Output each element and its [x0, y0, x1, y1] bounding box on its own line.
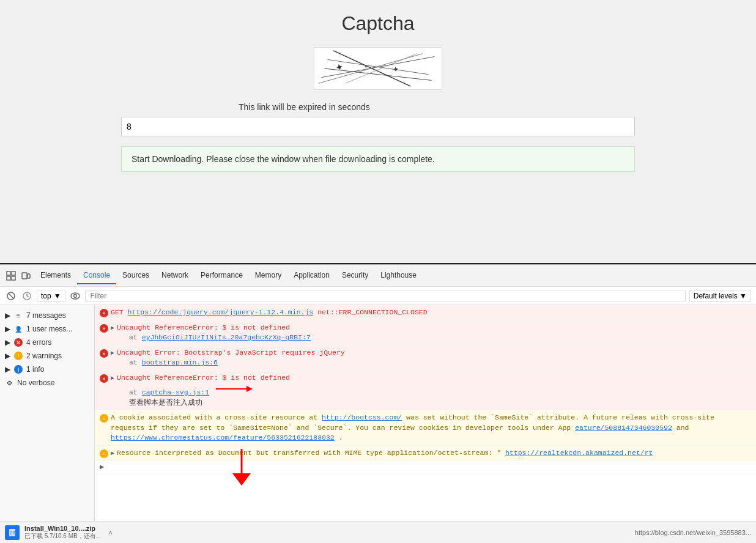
console-row: ✕ ▶ Uncaught ReferenceError: $ is not de…	[95, 371, 756, 410]
console-text: Uncaught Error: Bootstrap's JavaScript r…	[117, 348, 751, 368]
console-sidebar: ▶ ≡ 7 messages ▶ 👤 1 user mess... ▶ ✕ 4 …	[0, 305, 95, 521]
captcha-image: ✦ ⋆ ✦	[314, 47, 442, 90]
svg-text:ZIP: ZIP	[10, 531, 17, 535]
download-filename: Install_Win10_10....zip	[24, 525, 101, 532]
sidebar-item-verbose[interactable]: ⚙ No verbose	[0, 376, 94, 390]
console-row: ⚠ A cookie associated with a cross-site …	[95, 410, 756, 445]
devtools-body: ▶ ≡ 7 messages ▶ 👤 1 user mess... ▶ ✕ 4 …	[0, 305, 756, 521]
tab-security[interactable]: Security	[336, 267, 374, 284]
inspect-icon[interactable]	[5, 270, 17, 282]
error-icon-row4: ✕	[100, 374, 108, 383]
tab-sources[interactable]: Sources	[116, 267, 155, 284]
console-text: A cookie associated with a cross-site re…	[111, 413, 751, 442]
user-icon: 👤	[14, 325, 23, 333]
gear-icon: ⚙	[5, 379, 13, 387]
tab-memory[interactable]: Memory	[249, 267, 287, 284]
console-row-arrow: ▶	[95, 461, 756, 475]
errors-label: 4 errors	[26, 338, 51, 347]
filter-input[interactable]	[85, 290, 686, 302]
device-icon[interactable]	[20, 270, 32, 282]
console-row: ✕ GET https://code.jquery.com/jquery-1.1…	[95, 305, 756, 320]
download-item: ZIP Install_Win10_10....zip 已下载 5.7/10.6…	[5, 525, 113, 541]
messages-label: 7 messages	[26, 311, 66, 320]
tab-lighthouse[interactable]: Lighthouse	[374, 267, 423, 284]
expand-btn[interactable]: ▶	[111, 324, 114, 331]
list-icon: ≡	[14, 311, 23, 320]
verbose-label: No verbose	[17, 379, 54, 387]
clear-console-icon[interactable]	[5, 290, 17, 302]
bottom-url: https://blog.csdn.net/weixin_3595883...	[635, 529, 751, 536]
error-icon-row: ✕	[100, 309, 108, 317]
console-text: Uncaught ReferenceError: $ is not define…	[117, 373, 751, 407]
console-text: GET https://code.jquery.com/jquery-1.12.…	[111, 308, 751, 317]
svg-rect-13	[12, 276, 15, 280]
download-message: Start Downloading. Please close the wind…	[121, 146, 635, 172]
tab-elements[interactable]: Elements	[34, 267, 77, 284]
devtools-panel: Elements Console Sources Network Perform…	[0, 264, 756, 521]
expand-btn4[interactable]: ▶	[111, 449, 114, 457]
sidebar-item-user[interactable]: ▶ 👤 1 user mess...	[0, 322, 94, 336]
svg-marker-24	[246, 386, 253, 392]
svg-line-20	[27, 296, 29, 297]
expand-btn3[interactable]: ▶	[111, 374, 114, 382]
warnings-label: 2 warnings	[26, 352, 62, 360]
sidebar-item-errors[interactable]: ▶ ✕ 4 errors	[0, 336, 94, 349]
console-row: ⚠ ▶ Resource interpreted as Document but…	[95, 446, 756, 461]
svg-rect-10	[7, 272, 10, 275]
expiry-input[interactable]	[121, 117, 635, 136]
expiry-label: This link will be expired in seconds	[239, 102, 370, 112]
tab-network[interactable]: Network	[155, 267, 195, 284]
info-icon: i	[14, 365, 23, 374]
bottom-bar: ZIP Install_Win10_10....zip 已下载 5.7/10.6…	[0, 521, 756, 543]
console-row: ✕ ▶ Uncaught Error: Bootstrap's JavaScri…	[95, 345, 756, 371]
svg-rect-14	[22, 273, 27, 279]
error-icon-row2: ✕	[100, 324, 108, 333]
svg-rect-11	[12, 272, 15, 275]
console-text: Uncaught ReferenceError: $ is not define…	[117, 323, 751, 342]
download-file-icon: ZIP	[5, 525, 20, 540]
expand-icon-user: ▶	[5, 325, 10, 333]
tab-application[interactable]: Application	[287, 267, 336, 284]
info-label: 1 info	[26, 365, 44, 374]
console-row: ✕ ▶ Uncaught ReferenceError: $ is not de…	[95, 320, 756, 345]
devtools-tabs: Elements Console Sources Network Perform…	[0, 265, 756, 287]
page-title: Captcha	[341, 12, 414, 35]
eye-icon[interactable]	[69, 290, 81, 302]
console-output: ✕ GET https://code.jquery.com/jquery-1.1…	[95, 305, 756, 521]
svg-point-21	[71, 293, 80, 299]
tab-performance[interactable]: Performance	[195, 267, 249, 284]
levels-select[interactable]: Default levels ▼	[689, 290, 751, 302]
expand-icon-info: ▶	[5, 365, 10, 374]
download-size: 已下载 5.7/10.6 MB，还有...	[24, 532, 101, 541]
error-icon: ✕	[14, 338, 23, 347]
console-text: Resource interpreted as Document but tra…	[117, 448, 751, 458]
sidebar-item-messages[interactable]: ▶ ≡ 7 messages	[0, 309, 94, 322]
svg-line-17	[9, 294, 13, 298]
svg-point-22	[73, 294, 76, 297]
tab-console[interactable]: Console	[77, 267, 116, 284]
svg-marker-26	[232, 473, 251, 486]
svg-rect-12	[7, 276, 10, 280]
sidebar-item-info[interactable]: ▶ i 1 info	[0, 363, 94, 376]
context-selector[interactable]: top ▼	[37, 290, 65, 302]
svg-text:✦: ✦	[392, 64, 401, 75]
warning-icon-row: ⚠	[100, 414, 108, 423]
svg-rect-15	[28, 274, 30, 278]
warning-icon-row2: ⚠	[100, 449, 108, 458]
sidebar-item-warnings[interactable]: ▶ ! 2 warnings	[0, 349, 94, 363]
devtools-toolbar: top ▼ Default levels ▼	[0, 287, 756, 305]
expand-icon-warn: ▶	[5, 352, 10, 360]
warning-icon: !	[14, 352, 23, 360]
expand-btn2[interactable]: ▶	[111, 349, 114, 356]
expand-icon-error: ▶	[5, 338, 10, 347]
page-content: Captcha ✦ ⋆ ✦ This link will be expired …	[0, 0, 756, 263]
context-chevron: ▼	[54, 292, 61, 300]
expand-icon: ▶	[5, 311, 10, 320]
download-chevron-icon[interactable]: ∧	[108, 529, 113, 536]
context-value: top	[41, 292, 51, 300]
user-label: 1 user mess...	[26, 325, 72, 333]
preserve-log-icon[interactable]	[21, 290, 33, 302]
error-icon-row3: ✕	[100, 349, 108, 358]
download-info: Install_Win10_10....zip 已下载 5.7/10.6 MB，…	[24, 525, 101, 541]
console-arrow: ▶	[100, 462, 104, 471]
